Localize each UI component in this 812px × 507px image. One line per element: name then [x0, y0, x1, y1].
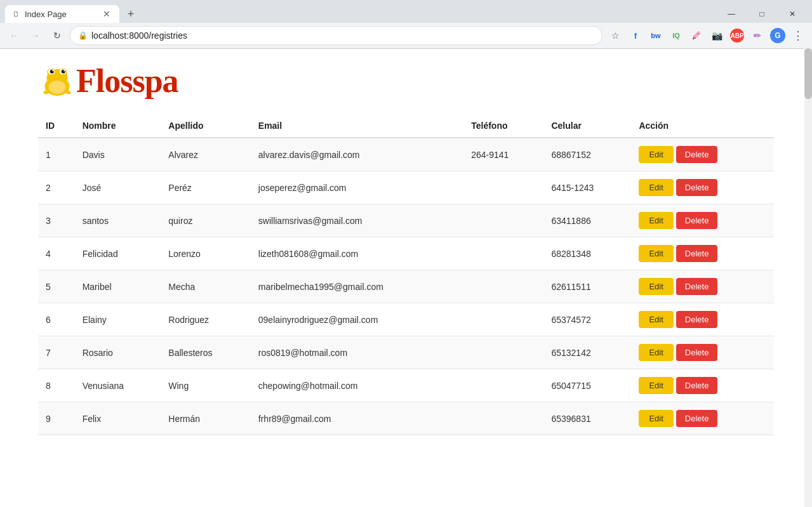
delete-button[interactable]: Delete [676, 344, 718, 361]
minimize-icon: — [728, 10, 735, 18]
adblock-extension-button[interactable]: ABP [728, 27, 746, 44]
cell-id: 1 [38, 138, 75, 171]
eyedropper-extension-button[interactable]: 🖉 [688, 27, 705, 44]
cell-telefono [463, 303, 543, 336]
new-tab-button[interactable]: + [122, 5, 140, 23]
tab-close-button[interactable]: ✕ [102, 9, 112, 19]
facebook-extension-button[interactable]: f [627, 27, 644, 44]
cell-celular: 62611511 [543, 270, 631, 303]
camera-extension-button[interactable]: 📷 [708, 27, 726, 44]
cell-email: lizeth081608@gmail.com [251, 237, 463, 270]
bookmark-star-button[interactable]: ☆ [606, 27, 624, 44]
new-tab-icon: + [128, 8, 135, 21]
browser-chrome: 🗋 Index Page ✕ + — □ ✕ ← → ↻ [0, 0, 812, 49]
edit-button[interactable]: Edit [639, 377, 673, 394]
cell-email: ros0819@hotmail.com [251, 336, 463, 369]
cell-telefono [463, 336, 543, 369]
toolbar-icons: ☆ f bw IQ 🖉 📷 ABP ✏ G [606, 27, 807, 44]
star-icon: ☆ [611, 30, 620, 41]
edit-button[interactable]: Edit [639, 278, 673, 295]
table-row: 1DavisAlvarezalvarez.davis@gmail.com264-… [38, 138, 774, 171]
cell-email: maribelmecha1995@gmail.com [251, 270, 463, 303]
address-bar[interactable]: 🔒 localhost:8000/registries [70, 26, 602, 45]
cell-telefono [463, 237, 543, 270]
page-content: Flosspa ID Nombre Apellido Email Teléfon… [0, 49, 812, 507]
scrollbar-thumb[interactable] [804, 48, 812, 99]
cell-apellido: Wing [161, 369, 251, 402]
edit-button[interactable]: Edit [639, 410, 673, 427]
edit-button[interactable]: Edit [639, 311, 673, 328]
bitwarden-extension-button[interactable]: bw [647, 27, 665, 44]
delete-button[interactable]: Delete [676, 146, 718, 163]
close-window-button[interactable]: ✕ [778, 5, 807, 23]
cell-celular: 65374572 [543, 303, 631, 336]
close-window-icon: ✕ [789, 10, 795, 18]
cell-apellido: Mecha [161, 270, 251, 303]
active-tab[interactable]: 🗋 Index Page ✕ [5, 5, 119, 23]
cell-nombre: Elainy [75, 303, 161, 336]
reload-icon: ↻ [53, 30, 61, 41]
maximize-button[interactable]: □ [747, 5, 776, 23]
table-header: ID Nombre Apellido Email Teléfono Celula… [38, 114, 774, 138]
cell-email: chepowing@hotmail.com [251, 369, 463, 402]
cell-id: 8 [38, 369, 75, 402]
cell-apellido: Rodriguez [161, 303, 251, 336]
window-controls: — □ ✕ [717, 5, 807, 23]
menu-icon: ⋮ [792, 29, 804, 43]
cell-nombre: Felix [75, 402, 161, 435]
edit-button[interactable]: Edit [639, 146, 673, 163]
delete-button[interactable]: Delete [676, 179, 718, 196]
edit-button[interactable]: Edit [639, 245, 673, 262]
scrollbar-track[interactable] [804, 48, 812, 507]
frog-icon [38, 62, 76, 100]
cell-id: 2 [38, 171, 75, 204]
profile-button[interactable]: G [769, 27, 787, 44]
cell-email: 09elainyrodriguez@gmail.com [251, 303, 463, 336]
iq-extension-button[interactable]: IQ [667, 27, 685, 44]
menu-button[interactable]: ⋮ [789, 27, 807, 44]
delete-button[interactable]: Delete [676, 278, 718, 295]
lock-icon: 🔒 [78, 31, 88, 40]
cell-telefono: 264-9141 [463, 138, 543, 171]
edit-button[interactable]: Edit [639, 179, 673, 196]
cell-telefono [463, 270, 543, 303]
svg-point-9 [63, 70, 65, 71]
reload-button[interactable]: ↻ [48, 27, 66, 44]
col-telefono: Teléfono [463, 114, 543, 138]
cell-apellido: Lorenzo [161, 237, 251, 270]
address-bar-row: ← → ↻ 🔒 localhost:8000/registries ☆ f bw… [0, 23, 812, 48]
cell-action: EditDelete [631, 138, 774, 171]
cell-nombre: Felicidad [75, 237, 161, 270]
edit-button[interactable]: Edit [639, 212, 673, 229]
col-nombre: Nombre [75, 114, 161, 138]
delete-button[interactable]: Delete [676, 311, 718, 328]
cell-apellido: Peréz [161, 171, 251, 204]
cell-nombre: Davis [75, 138, 161, 171]
delete-button[interactable]: Delete [676, 212, 718, 229]
col-celular: Celular [543, 114, 631, 138]
minimize-button[interactable]: — [717, 5, 746, 23]
cell-action: EditDelete [631, 303, 774, 336]
header-row: ID Nombre Apellido Email Teléfono Celula… [38, 114, 774, 138]
back-button[interactable]: ← [5, 27, 23, 44]
table-row: 4FelicidadLorenzolizeth081608@gmail.com6… [38, 237, 774, 270]
cell-telefono [463, 204, 543, 237]
delete-button[interactable]: Delete [676, 377, 718, 394]
table-row: 8VenusianaWingchepowing@hotmail.com65047… [38, 369, 774, 402]
edit-button[interactable]: Edit [639, 344, 673, 361]
col-accion: Acción [631, 114, 774, 138]
table-row: 5MaribelMechamaribelmecha1995@gmail.com6… [38, 270, 774, 303]
delete-button[interactable]: Delete [676, 245, 718, 262]
cell-celular: 68867152 [543, 138, 631, 171]
cell-telefono [463, 171, 543, 204]
forward-button[interactable]: → [27, 27, 44, 44]
cell-id: 3 [38, 204, 75, 237]
pen-extension-button[interactable]: ✏ [749, 27, 766, 44]
forward-icon: → [31, 30, 40, 41]
back-icon: ← [10, 30, 18, 41]
iq-icon: IQ [672, 32, 680, 39]
cell-action: EditDelete [631, 171, 774, 204]
cell-action: EditDelete [631, 204, 774, 237]
maximize-icon: □ [759, 10, 764, 18]
delete-button[interactable]: Delete [676, 410, 718, 427]
